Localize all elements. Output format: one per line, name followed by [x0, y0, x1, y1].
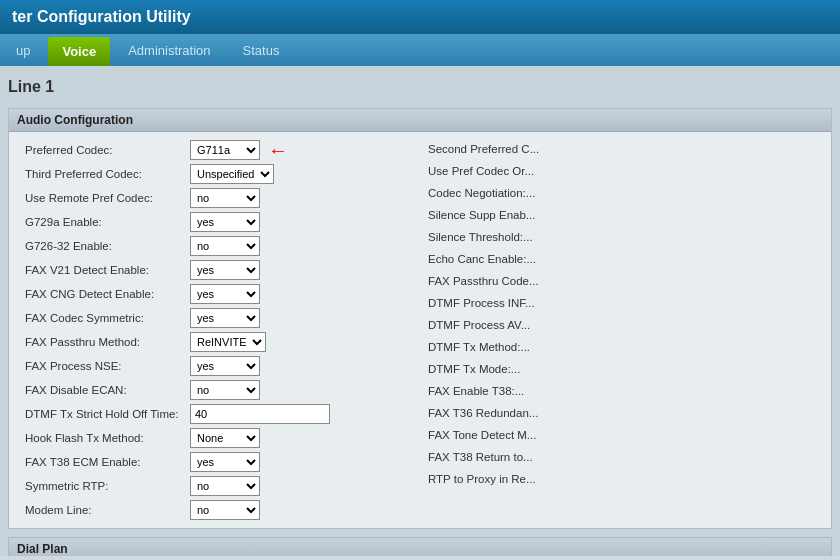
dtmf-process-av-label: DTMF Process AV... [428, 319, 530, 331]
fax-v21-select[interactable]: yesno [190, 260, 260, 280]
fax-cng-select[interactable]: yesno [190, 284, 260, 304]
right-row-13: FAX Tone Detect M... [428, 424, 815, 446]
remote-pref-codec-label: Use Remote Pref Codec: [25, 192, 190, 204]
third-codec-row: Third Preferred Codec: UnspecifiedG711a [25, 162, 412, 186]
page-title: Line 1 [8, 74, 832, 100]
audio-left-col: Preferred Codec: G711aG711uG729a ← Third… [17, 138, 420, 522]
fax-codec-sym-control: yesno [190, 308, 260, 328]
third-codec-control: UnspecifiedG711a [190, 164, 274, 184]
fax-passthru-codec-label: FAX Passthru Code... [428, 275, 539, 287]
hook-flash-row: Hook Flash Tx Method: NoneAVTINFO [25, 426, 412, 450]
symmetric-rtp-row: Symmetric RTP: noyes [25, 474, 412, 498]
g729a-select[interactable]: yesno [190, 212, 260, 232]
fax-tone-detect-label: FAX Tone Detect M... [428, 429, 536, 441]
g726-32-label: G726-32 Enable: [25, 240, 190, 252]
fax-passthru-method-label: FAX Passthru Method: [25, 336, 190, 348]
fax-process-nse-select[interactable]: yesno [190, 356, 260, 376]
symmetric-rtp-label: Symmetric RTP: [25, 480, 190, 492]
remote-pref-codec-control: noyes [190, 188, 260, 208]
dtmf-process-inf-label: DTMF Process INF... [428, 297, 535, 309]
dtmf-hold-off-control [190, 404, 330, 424]
modem-line-select[interactable]: noyes [190, 500, 260, 520]
arrow-indicator: ← [268, 140, 288, 160]
right-row-15: RTP to Proxy in Re... [428, 468, 815, 490]
remote-pref-codec-select[interactable]: noyes [190, 188, 260, 208]
right-row-9: DTMF Tx Method:... [428, 336, 815, 358]
g729a-enable-row: G729a Enable: yesno [25, 210, 412, 234]
fax-t38-ecm-control: yesno [190, 452, 260, 472]
right-row-4: Silence Threshold:... [428, 226, 815, 248]
fax-disable-ecan-control: noyes [190, 380, 260, 400]
third-codec-label: Third Preferred Codec: [25, 168, 190, 180]
fax-cng-row: FAX CNG Detect Enable: yesno [25, 282, 412, 306]
fax-v21-label: FAX V21 Detect Enable: [25, 264, 190, 276]
hook-flash-control: NoneAVTINFO [190, 428, 260, 448]
modem-line-control: noyes [190, 500, 260, 520]
g729a-control: yesno [190, 212, 260, 232]
silence-supp-label: Silence Supp Enab... [428, 209, 535, 221]
nav-bar: up Voice Administration Status [0, 34, 840, 66]
fax-codec-sym-select[interactable]: yesno [190, 308, 260, 328]
dtmf-hold-off-row: DTMF Tx Strict Hold Off Time: [25, 402, 412, 426]
modem-line-label: Modem Line: [25, 504, 190, 516]
second-preferred-codec-label: Second Preferred C... [428, 143, 539, 155]
preferred-codec-label: Preferred Codec: [25, 144, 190, 156]
app-title: ter Configuration Utility [12, 8, 191, 25]
nav-item-administration[interactable]: Administration [112, 34, 226, 66]
right-row-8: DTMF Process AV... [428, 314, 815, 336]
third-codec-select[interactable]: UnspecifiedG711a [190, 164, 274, 184]
g726-32-control: noyes [190, 236, 260, 256]
right-row-1: Use Pref Codec Or... [428, 160, 815, 182]
g726-32-select[interactable]: noyes [190, 236, 260, 256]
fax-cng-label: FAX CNG Detect Enable: [25, 288, 190, 300]
nav-item-up[interactable]: up [0, 34, 46, 66]
right-row-7: DTMF Process INF... [428, 292, 815, 314]
silence-threshold-label: Silence Threshold:... [428, 231, 533, 243]
rtp-proxy-label: RTP to Proxy in Re... [428, 473, 536, 485]
audio-right-col: Second Preferred C... Use Pref Codec Or.… [420, 138, 823, 522]
audio-form-grid: Preferred Codec: G711aG711uG729a ← Third… [17, 138, 823, 522]
nav-item-voice[interactable]: Voice [48, 37, 110, 66]
codec-negotiation-label: Codec Negotiation:... [428, 187, 535, 199]
fax-passthru-method-row: FAX Passthru Method: ReINVITENSENone [25, 330, 412, 354]
dtmf-tx-method-label: DTMF Tx Method:... [428, 341, 530, 353]
fax-codec-sym-label: FAX Codec Symmetric: [25, 312, 190, 324]
right-row-2: Codec Negotiation:... [428, 182, 815, 204]
nav-item-status[interactable]: Status [227, 34, 296, 66]
fax-codec-sym-row: FAX Codec Symmetric: yesno [25, 306, 412, 330]
fax-passthru-method-select[interactable]: ReINVITENSENone [190, 332, 266, 352]
fax-v21-control: yesno [190, 260, 260, 280]
right-row-12: FAX T36 Redundan... [428, 402, 815, 424]
symmetric-rtp-select[interactable]: noyes [190, 476, 260, 496]
right-row-5: Echo Canc Enable:... [428, 248, 815, 270]
right-row-3: Silence Supp Enab... [428, 204, 815, 226]
fax-disable-ecan-select[interactable]: noyes [190, 380, 260, 400]
echo-canc-label: Echo Canc Enable:... [428, 253, 536, 265]
modem-line-row: Modem Line: noyes [25, 498, 412, 522]
fax-t38-return-label: FAX T38 Return to... [428, 451, 533, 463]
right-row-0: Second Preferred C... [428, 138, 815, 160]
content-area: Line 1 Audio Configuration Preferred Cod… [0, 66, 840, 556]
hook-flash-select[interactable]: NoneAVTINFO [190, 428, 260, 448]
right-row-10: DTMF Tx Mode:... [428, 358, 815, 380]
fax-disable-ecan-label: FAX Disable ECAN: [25, 384, 190, 396]
audio-config-section: Audio Configuration Preferred Codec: G71… [8, 108, 832, 529]
g729a-label: G729a Enable: [25, 216, 190, 228]
fax-passthru-method-control: ReINVITENSENone [190, 332, 266, 352]
fax-v21-row: FAX V21 Detect Enable: yesno [25, 258, 412, 282]
dial-plan-section: Dial Plan Dial Plan: [8, 537, 832, 556]
right-row-6: FAX Passthru Code... [428, 270, 815, 292]
fax-t38-ecm-row: FAX T38 ECM Enable: yesno [25, 450, 412, 474]
use-pref-codec-label: Use Pref Codec Or... [428, 165, 534, 177]
fax-t38-ecm-select[interactable]: yesno [190, 452, 260, 472]
fax-process-nse-control: yesno [190, 356, 260, 376]
dtmf-tx-mode-label: DTMF Tx Mode:... [428, 363, 520, 375]
right-row-11: FAX Enable T38:... [428, 380, 815, 402]
preferred-codec-select[interactable]: G711aG711uG729a [190, 140, 260, 160]
symmetric-rtp-control: noyes [190, 476, 260, 496]
preferred-codec-row: Preferred Codec: G711aG711uG729a ← [25, 138, 412, 162]
preferred-codec-control: G711aG711uG729a ← [190, 140, 288, 160]
dtmf-hold-off-input[interactable] [190, 404, 330, 424]
audio-config-header: Audio Configuration [9, 109, 831, 132]
fax-t36-redundan-label: FAX T36 Redundan... [428, 407, 538, 419]
